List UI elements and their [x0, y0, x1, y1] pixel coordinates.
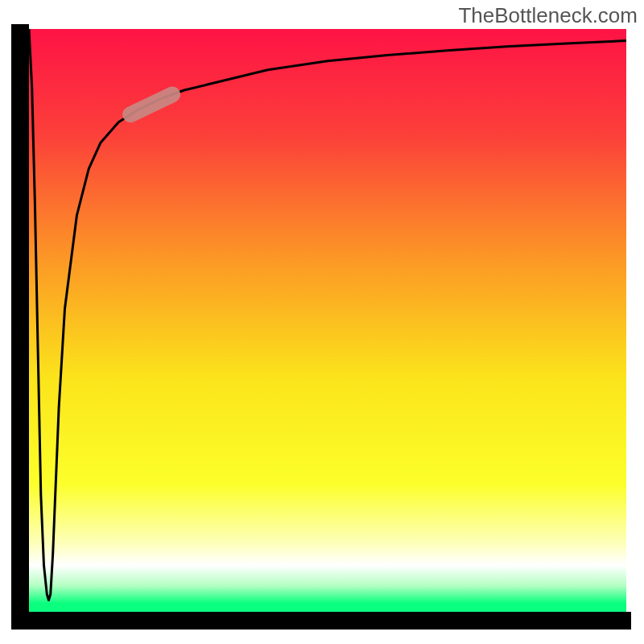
watermark-label: TheBottleneck.com [458, 3, 638, 28]
svg-rect-1 [11, 24, 29, 630]
plot-background [29, 29, 626, 612]
svg-rect-2 [11, 612, 631, 630]
chart-svg [0, 0, 644, 644]
chart-container: TheBottleneck.com [0, 0, 644, 644]
